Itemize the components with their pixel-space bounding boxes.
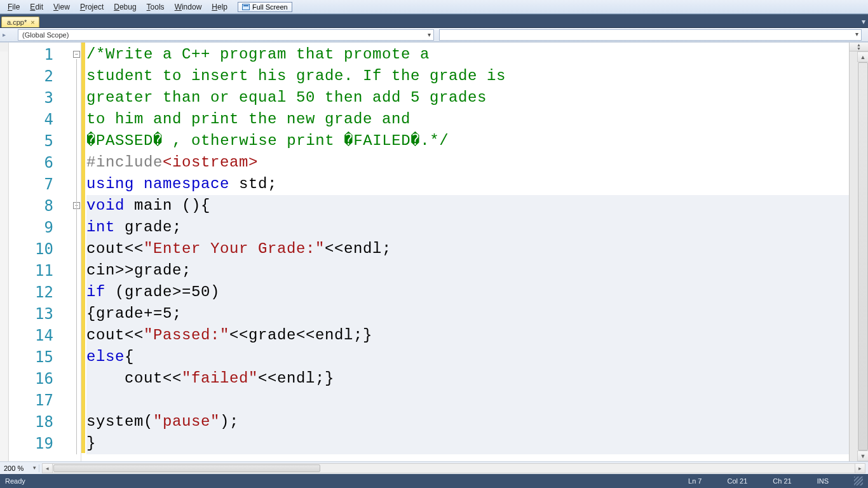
member-dropdown[interactable] xyxy=(439,29,862,41)
code-line[interactable]: cout<<"Passed:"<<grade<<endl;} xyxy=(86,325,849,346)
outlining-margin[interactable]: −− xyxy=(72,43,81,461)
zoom-value: 200 % xyxy=(4,464,24,472)
editor-bottom-bar: 200 % ◂ ▸ xyxy=(0,461,868,474)
document-tab-strip: a.cpp* × ▾ xyxy=(0,14,868,28)
fullscreen-icon xyxy=(242,4,250,10)
tab-overflow-icon[interactable]: ▾ xyxy=(862,17,865,26)
vscroll-thumb[interactable] xyxy=(858,62,868,451)
status-line: Ln 7 xyxy=(688,477,702,485)
code-line[interactable]: int grade; xyxy=(86,217,849,238)
status-char: Ch 21 xyxy=(773,477,791,485)
code-line[interactable]: using namespace std; xyxy=(86,173,849,195)
scroll-left-icon[interactable]: ◂ xyxy=(43,464,53,473)
fullscreen-button[interactable]: Full Screen xyxy=(238,2,292,12)
fullscreen-label: Full Screen xyxy=(252,3,288,11)
code-line[interactable]: cout<<"Enter Your Grade:"<<endl; xyxy=(86,238,849,260)
menu-edit[interactable]: Edit xyxy=(26,1,47,13)
scope-value: (Global Scope) xyxy=(22,31,69,39)
status-column: Col 21 xyxy=(728,477,748,485)
code-line[interactable]: /*Write a C++ program that promote a xyxy=(86,44,849,65)
status-ins: INS xyxy=(817,477,829,485)
code-line[interactable]: void main (){ xyxy=(86,195,849,217)
code-line[interactable]: cout<<"failed"<<endl;} xyxy=(86,368,849,390)
scroll-right-icon[interactable]: ▸ xyxy=(855,464,865,473)
code-area[interactable]: /*Write a C++ program that promote astud… xyxy=(85,43,849,461)
code-line[interactable] xyxy=(86,390,849,411)
code-line[interactable]: �PASSED� , otherwise print �FAILED�.*/ xyxy=(86,130,849,152)
horizontal-scrollbar[interactable]: ◂ ▸ xyxy=(42,463,865,473)
menu-debug[interactable]: Debug xyxy=(110,1,140,13)
resize-grip-icon[interactable] xyxy=(854,477,863,485)
menu-help[interactable]: Help xyxy=(208,1,231,13)
overview-strip xyxy=(0,51,8,461)
split-handle[interactable]: ▲▼ xyxy=(850,43,868,51)
hscroll-thumb[interactable] xyxy=(53,464,320,472)
navigation-bar: ▸ (Global Scope) xyxy=(0,28,868,42)
tab-label: a.cpp* xyxy=(7,18,27,26)
menu-window[interactable]: Window xyxy=(171,1,206,13)
code-line[interactable]: if (grade>=50) xyxy=(86,281,849,303)
status-bar: Ready Ln 7 Col 21 Ch 21 INS xyxy=(0,474,868,488)
code-line[interactable]: student to insert his grade. If the grad… xyxy=(86,65,849,87)
line-number-gutter: 12345678910111213141516171819 xyxy=(9,43,72,461)
code-line[interactable]: } xyxy=(86,433,849,454)
nav-collapse-icon[interactable]: ▸ xyxy=(0,31,8,38)
menu-tools[interactable]: Tools xyxy=(143,1,168,13)
right-gutter: ▲▼ ▲ ▼ xyxy=(849,43,868,461)
code-editor[interactable]: 12345678910111213141516171819 −− /*Write… xyxy=(0,42,868,461)
code-line[interactable]: greater than or equal 50 then add 5 grad… xyxy=(86,87,849,109)
zoom-dropdown[interactable]: 200 % xyxy=(1,464,39,472)
scroll-up-icon[interactable]: ▲ xyxy=(857,51,868,62)
tab-close-icon[interactable]: × xyxy=(31,18,34,26)
code-line[interactable]: to him and print the new grade and xyxy=(86,109,849,130)
tab-a-cpp[interactable]: a.cpp* × xyxy=(1,17,39,27)
vertical-scrollbar[interactable]: ▲ ▼ xyxy=(857,51,868,461)
menu-project[interactable]: Project xyxy=(76,1,107,13)
code-line[interactable]: #include<iostream> xyxy=(86,152,849,173)
code-line[interactable]: system("pause"); xyxy=(86,411,849,433)
code-line[interactable]: {grade+=5; xyxy=(86,303,849,325)
scroll-down-icon[interactable]: ▼ xyxy=(857,451,868,461)
fold-toggle[interactable]: − xyxy=(73,51,80,58)
code-line[interactable]: else{ xyxy=(86,346,849,368)
menu-file[interactable]: File xyxy=(4,1,24,13)
code-line[interactable]: cin>>grade; xyxy=(86,260,849,281)
menu-view[interactable]: View xyxy=(50,1,74,13)
scope-dropdown[interactable]: (Global Scope) xyxy=(18,29,434,41)
menu-bar: File Edit View Project Debug Tools Windo… xyxy=(0,0,868,14)
status-ready: Ready xyxy=(5,477,25,485)
